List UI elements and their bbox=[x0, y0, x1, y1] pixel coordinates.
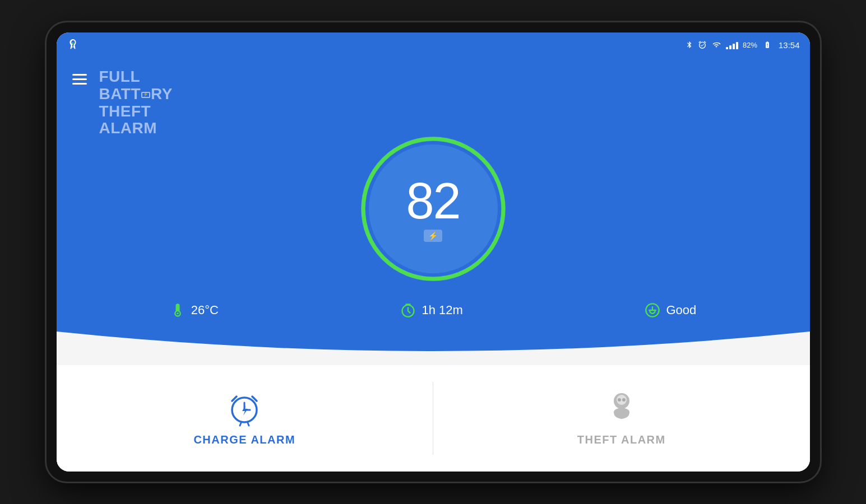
battery-charging-status-icon bbox=[762, 41, 773, 49]
main-content-area: FULL BATT⚡RY THEFT ALARM 82 bbox=[57, 57, 810, 365]
temperature-stat: 26°C bbox=[170, 302, 219, 318]
theft-alarm-icon bbox=[604, 391, 640, 427]
svg-point-2 bbox=[177, 312, 179, 315]
battery-inner-circle: 82 ⚡ bbox=[369, 144, 498, 273]
app-status-icon bbox=[67, 39, 79, 51]
svg-line-11 bbox=[248, 423, 249, 426]
charge-alarm-label: CHARGE ALARM bbox=[193, 433, 295, 446]
alarm-clock-status-icon bbox=[698, 40, 707, 49]
curve-container bbox=[57, 332, 810, 365]
health-icon bbox=[645, 302, 660, 318]
battery-percentage: 82 bbox=[406, 176, 460, 226]
bottom-section: CHARGE ALARM THEFT ALARM bbox=[57, 365, 810, 472]
svg-point-15 bbox=[622, 398, 626, 402]
battery-gauge: 82 ⚡ bbox=[355, 130, 512, 287]
time-display: 13:54 bbox=[779, 40, 800, 50]
svg-line-10 bbox=[240, 423, 241, 426]
wifi-icon bbox=[711, 41, 721, 49]
battery-circle-container: 82 ⚡ bbox=[57, 120, 810, 297]
time-remaining-value: 1h 12m bbox=[422, 303, 462, 318]
time-remaining-stat: 1h 12m bbox=[400, 302, 462, 318]
status-bar-right: 82% 13:54 bbox=[686, 40, 800, 50]
curve-svg bbox=[57, 332, 810, 365]
charging-indicator: ⚡ bbox=[424, 230, 442, 242]
svg-point-14 bbox=[618, 398, 621, 402]
charge-alarm-button[interactable]: CHARGE ALARM bbox=[57, 365, 433, 472]
timer-icon bbox=[400, 302, 416, 318]
screen: 82% 13:54 FULL BATT⚡RY bbox=[57, 32, 810, 472]
health-stat: Good bbox=[645, 302, 696, 318]
health-value: Good bbox=[666, 303, 696, 318]
status-bar: 82% 13:54 bbox=[57, 32, 810, 57]
thermometer-icon bbox=[170, 302, 186, 318]
battery-percent-text: 82% bbox=[743, 41, 757, 49]
charging-arrow-icon: ⚡ bbox=[428, 231, 438, 240]
hamburger-menu-button[interactable] bbox=[70, 72, 89, 87]
theft-alarm-button[interactable]: THEFT ALARM bbox=[433, 365, 810, 472]
temperature-value: 26°C bbox=[191, 303, 219, 318]
charge-alarm-icon bbox=[226, 391, 262, 427]
stats-bar: 26°C 1h 12m Good bbox=[57, 297, 810, 332]
theft-alarm-label: THEFT ALARM bbox=[577, 433, 666, 446]
signal-strength-icon bbox=[726, 40, 738, 49]
status-bar-left bbox=[67, 39, 79, 51]
bluetooth-icon bbox=[686, 40, 693, 50]
device-frame: 82% 13:54 FULL BATT⚡RY bbox=[47, 22, 820, 482]
